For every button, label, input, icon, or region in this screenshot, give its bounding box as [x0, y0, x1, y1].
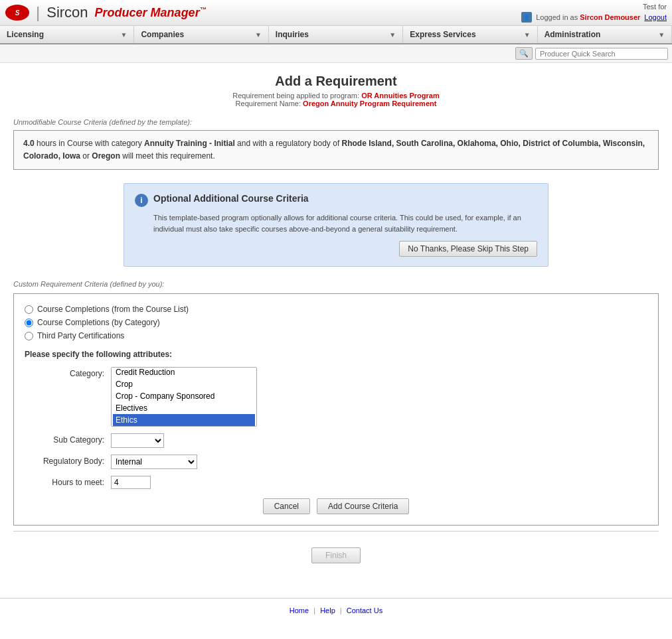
category-label: Category:	[25, 367, 104, 378]
chevron-down-icon: ▼	[255, 31, 262, 38]
header-right: Test for 👤 Logged in as Sircon Demouser …	[521, 3, 667, 23]
logout-link[interactable]: Logout	[644, 13, 667, 21]
finish-area: Finish	[13, 537, 659, 574]
sidebar-item-inquiries[interactable]: Inquiries ▼	[269, 26, 403, 43]
category-option-crop[interactable]: Crop	[113, 378, 255, 390]
nav-label-admin: Administration	[545, 30, 601, 39]
category-option-credit-reduction[interactable]: Credit Reduction	[113, 367, 255, 378]
footer: Home | Help | Contact Us	[0, 598, 672, 622]
sub-category-select[interactable]	[111, 433, 164, 448]
custom-criteria-label: Custom Requirement Criteria (defined by …	[13, 280, 659, 288]
searchbar: 🔍	[0, 44, 672, 63]
info-icon: i	[135, 194, 148, 207]
regulatory-body-row: Regulatory Body: Internal	[25, 455, 647, 469]
add-course-criteria-button[interactable]: Add Course Criteria	[317, 498, 409, 514]
logo-area: S | Sircon Producer Manager™	[5, 3, 207, 22]
header: S | Sircon Producer Manager™ Test for 👤 …	[0, 0, 672, 26]
page-title: Add a Requirement	[13, 74, 659, 89]
main-content: Add a Requirement Requirement being appl…	[0, 63, 672, 585]
radio-input-third-party[interactable]	[25, 332, 33, 340]
requirement-name: Oregon Annuity Program Requirement	[303, 100, 436, 107]
logo-icon: S	[5, 5, 29, 21]
category-value: Annuity Training - Initial	[144, 139, 235, 148]
criteria-type-group: Course Completions (from the Course List…	[25, 305, 647, 340]
regulatory-body-select[interactable]: Internal	[111, 455, 197, 469]
sub-category-label: Sub Category:	[25, 433, 104, 445]
home-link[interactable]: Home	[290, 606, 309, 614]
nav-label-licensing: Licensing	[7, 30, 44, 39]
sidebar-item-administration[interactable]: Administration ▼	[538, 26, 672, 43]
form-button-row: Cancel Add Course Criteria	[25, 498, 647, 514]
radio-course-list[interactable]: Course Completions (from the Course List…	[25, 305, 647, 314]
program-subtitle: Requirement being applied to program: OR…	[13, 92, 659, 100]
category-row: Category: Credit Reduction Crop Crop - C…	[25, 367, 647, 427]
category-option-electives[interactable]: Electives	[113, 402, 255, 414]
logo-product: Producer Manager™	[95, 6, 207, 20]
chevron-down-icon: ▼	[121, 31, 127, 38]
footer-sep-2: |	[340, 606, 342, 614]
logged-in-bar: 👤 Logged in as Sircon Demouser Logout	[521, 12, 667, 23]
category-option-ethics-2hour[interactable]: Ethics 2-Hour Training	[113, 426, 255, 427]
radio-label-course-list: Course Completions (from the Course List…	[37, 305, 189, 314]
program-name: OR Annuities Program	[361, 92, 440, 100]
username: Sircon Demouser	[580, 13, 640, 21]
cancel-button[interactable]: Cancel	[263, 498, 310, 514]
regulatory-body-control: Internal	[111, 455, 647, 469]
optional-header: i Optional Additional Course Criteria	[135, 193, 537, 207]
nav-label-express: Express Services	[410, 30, 475, 39]
chevron-down-icon: ▼	[658, 31, 665, 38]
radio-by-category[interactable]: Course Completions (by Category)	[25, 318, 647, 327]
search-icon-button[interactable]: 🔍	[515, 47, 533, 60]
logged-in-text: Logged in as Sircon Demouser	[536, 13, 640, 21]
user-icon: 👤	[521, 12, 532, 23]
contact-link[interactable]: Contact Us	[347, 606, 382, 614]
navbar: Licensing ▼ Companies ▼ Inquiries ▼ Expr…	[0, 26, 672, 44]
unmodifiable-label: Unmodifiable Course Criteria (defined by…	[13, 118, 659, 126]
test-for-label: Test for	[521, 3, 667, 11]
chevron-down-icon: ▼	[389, 31, 396, 38]
sidebar-item-express-services[interactable]: Express Services ▼	[403, 26, 537, 43]
radio-label-by-category: Course Completions (by Category)	[37, 318, 160, 327]
last-state-value: Oregon	[92, 151, 120, 161]
hours-value: 4.0	[23, 139, 35, 148]
category-option-crop-company[interactable]: Crop - Company Sponsored	[113, 390, 255, 402]
radio-input-by-category[interactable]	[25, 319, 33, 327]
radio-label-third-party: Third Party Certifications	[37, 331, 124, 340]
help-link[interactable]: Help	[320, 606, 335, 614]
finish-button[interactable]: Finish	[311, 547, 361, 563]
category-option-ethics[interactable]: Ethics	[113, 414, 255, 426]
hours-control	[111, 476, 647, 489]
specify-header: Please specify the following attributes:	[25, 350, 647, 359]
logo-sircon: Sircon	[46, 4, 88, 21]
search-input[interactable]	[535, 48, 668, 60]
nav-label-companies: Companies	[141, 30, 184, 39]
optional-criteria-box: i Optional Additional Course Criteria Th…	[124, 183, 548, 267]
logo-tm: ™	[200, 6, 207, 13]
logo-pipe: |	[36, 3, 40, 22]
hours-row: Hours to meet:	[25, 476, 647, 489]
requirement-subtitle: Requirement Name: Oregon Annuity Program…	[13, 100, 659, 107]
category-control: Credit Reduction Crop Crop - Company Spo…	[111, 367, 647, 427]
radio-third-party[interactable]: Third Party Certifications	[25, 331, 647, 340]
unmodifiable-box: 4.0 hours in Course with category Annuit…	[13, 130, 659, 170]
optional-description: This template-based program optionally a…	[135, 212, 537, 234]
divider	[13, 531, 659, 532]
sub-category-control	[111, 433, 647, 448]
sidebar-item-licensing[interactable]: Licensing ▼	[0, 26, 134, 43]
nav-label-inquiries: Inquiries	[276, 30, 309, 39]
regulatory-body-label: Regulatory Body:	[25, 455, 104, 466]
optional-title: Optional Additional Course Criteria	[153, 193, 309, 204]
skip-step-button[interactable]: No Thanks, Please Skip This Step	[399, 241, 537, 257]
category-listbox[interactable]: Credit Reduction Crop Crop - Company Spo…	[111, 367, 257, 427]
sub-category-row: Sub Category:	[25, 433, 647, 448]
hours-label: Hours to meet:	[25, 476, 104, 487]
radio-input-course-list[interactable]	[25, 305, 33, 314]
hours-input[interactable]	[111, 476, 151, 489]
sidebar-item-companies[interactable]: Companies ▼	[134, 26, 268, 43]
footer-sep-1: |	[313, 606, 315, 614]
custom-criteria-box: Course Completions (from the Course List…	[13, 293, 659, 526]
skip-button-wrapper: No Thanks, Please Skip This Step	[135, 241, 537, 257]
chevron-down-icon: ▼	[524, 31, 531, 38]
